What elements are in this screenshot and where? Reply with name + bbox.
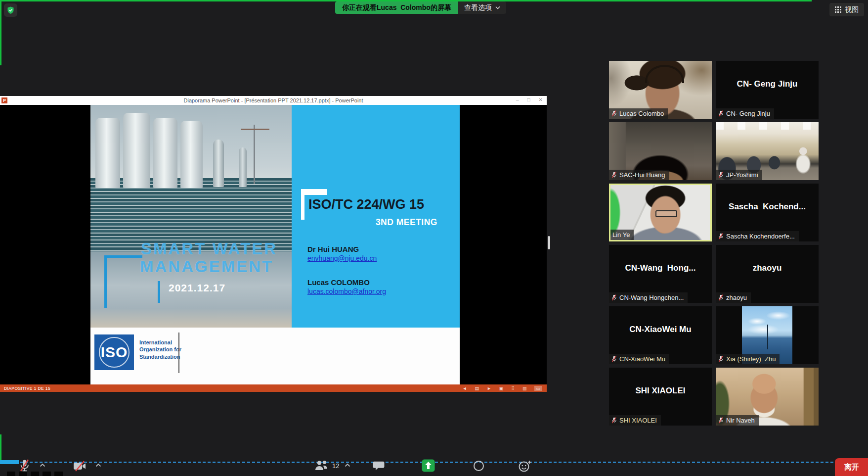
muted-mic-icon [718, 172, 724, 178]
slide-photo-water-plant: SMART WATER MANAGEMENT 2021.12.17 [90, 105, 292, 328]
share-screen-button[interactable] [422, 459, 435, 472]
photo-tank [239, 147, 247, 187]
view-options-button[interactable]: 查看选项 [458, 1, 506, 14]
muted-mic-icon [718, 110, 724, 117]
participant-name-label: CN- Geng Jinju [726, 110, 770, 117]
security-button[interactable] [4, 3, 17, 17]
muted-mic-icon [611, 356, 617, 362]
participant-name-chip: SAC-Hui Huang [609, 170, 669, 180]
muted-mic-icon [611, 172, 617, 178]
slide-blue-panel: ISO/TC 224/WG 15 3ND MEETING Dr Hui HUAN… [292, 105, 460, 328]
powerpoint-window-title: Diaporama PowerPoint - [Présentation PPT… [0, 97, 547, 103]
participant-center-name: zhaoyu [716, 263, 819, 273]
reactions-button[interactable] [518, 460, 532, 473]
muted-mic-icon [611, 294, 617, 301]
mic-options-chevron[interactable] [40, 463, 45, 467]
participants-chevron[interactable] [345, 463, 350, 467]
powerpoint-window: P Diaporama PowerPoint - [Présentation P… [0, 96, 547, 392]
participant-tile-zhaoyu[interactable]: zhaoyuzhaoyu [716, 245, 819, 303]
video-options-chevron[interactable] [95, 463, 101, 467]
photo-tank [180, 121, 203, 188]
photo-crane [254, 125, 255, 184]
participant-tile-wang[interactable]: CN-Wang Hong...CN-Wang Hongchen... [609, 245, 712, 303]
share-border-left-lower [0, 434, 1, 462]
pen-icon[interactable]: ▤ [475, 386, 479, 391]
restore-button[interactable]: □ [527, 97, 530, 102]
participant-tile-xiaowei[interactable]: CN-XiaoWei MuCN-XiaoWei Mu [609, 306, 712, 364]
leave-meeting-button[interactable]: 离开 [835, 458, 868, 476]
participant-name-chip: SHI XIAOLEI [609, 415, 661, 426]
watching-banner: 你正在观看Lucas Colombo的屏幕 [335, 1, 458, 14]
participant-tile-nir[interactable]: Nir Naveh [716, 368, 819, 426]
participant-tile-shi[interactable]: SHI XIAOLEISHI XIAOLEI [609, 368, 712, 426]
meeting-number: 3ND MEETING [292, 217, 437, 228]
participant-tile-huang[interactable]: SAC-Hui Huang [609, 122, 712, 180]
participant-name-chip: CN-XiaoWei Mu [609, 354, 669, 364]
mute-button[interactable] [18, 459, 31, 473]
close-button[interactable]: ✕ [539, 97, 543, 102]
view-options-label: 查看选项 [464, 3, 492, 12]
muted-mic-icon [718, 233, 724, 239]
photo-tank [123, 113, 150, 188]
chevron-up-icon [40, 463, 45, 467]
participant-name-chip: Nir Naveh [716, 415, 759, 426]
participant-name-label: Sascha Kochendoerfe... [726, 233, 795, 240]
participant-name-chip: CN- Geng Jinju [716, 108, 774, 119]
muted-mic-icon [611, 110, 617, 117]
reading-view-icon[interactable]: ▥ [522, 386, 527, 391]
participant-tile-geng[interactable]: CN- Geng JinjuCN- Geng Jinju [716, 61, 819, 119]
share-border-left-upper [0, 0, 1, 65]
presenter1-name: Dr Hui HUANG [307, 245, 359, 253]
record-button[interactable] [473, 460, 485, 472]
participant-tile-yoshimi[interactable]: JP-Yoshimi [716, 122, 819, 180]
slide-footer-band: ISO International Organization for Stand… [90, 328, 460, 384]
powerpoint-statusbar: DIAPOSITIVE 1 DE 15 ◄▤►▣⠿▥▭ [0, 384, 547, 392]
participant-tile-linye[interactable]: Lin Ye [609, 184, 712, 241]
participant-name-label: SHI XIAOLEI [619, 417, 657, 424]
minimize-button[interactable]: – [516, 97, 519, 102]
window-controls: –□✕ [516, 97, 543, 102]
participant-name-label: zhaoyu [726, 294, 747, 301]
presenter2-email-link[interactable]: lucas.colombo@afnor.org [307, 287, 386, 295]
muted-mic-icon [718, 356, 724, 362]
slide-sorter-icon[interactable]: ⠿ [511, 386, 515, 391]
chevron-up-icon [95, 463, 101, 467]
participant-name-label: CN-XiaoWei Mu [619, 355, 665, 363]
participant-tile-xia[interactable]: Xia (Shirley) Zhu [716, 306, 819, 364]
participant-center-name: CN- Geng Jinju [716, 79, 819, 89]
participant-tile-lucas[interactable]: Lucas Colombo [609, 61, 712, 119]
slide-counter: DIAPOSITIVE 1 DE 15 [0, 386, 50, 391]
participants-icon [313, 460, 329, 472]
normal-view-icon[interactable]: ▣ [499, 386, 504, 391]
slide-title: ISO/TC 224/WG 15 [308, 197, 424, 212]
iso-logo-text: ISO [101, 344, 128, 361]
slideshow-area: SMART WATER MANAGEMENT 2021.12.17 ISO/TC… [0, 105, 547, 384]
layout-divider-handle[interactable] [548, 236, 550, 249]
next-slide-icon[interactable]: ► [487, 386, 491, 391]
participant-center-name: CN-Wang Hong... [609, 263, 712, 273]
video-button[interactable] [72, 461, 88, 472]
chat-icon [372, 460, 385, 472]
slide-date: 2021.12.17 [169, 282, 225, 294]
previous-slide-icon[interactable]: ◄ [463, 386, 467, 391]
view-button-label: 视图 [845, 5, 859, 14]
watermark-line2: MANAGEMENT [140, 257, 273, 276]
participant-name-label: SAC-Hui Huang [619, 171, 665, 179]
participant-name-chip: Sascha Kochendoerfe... [716, 231, 799, 241]
participants-button[interactable]: 12 [313, 460, 339, 472]
muted-mic-icon [718, 294, 724, 301]
chat-button[interactable] [372, 460, 385, 472]
view-layout-button[interactable]: 视图 [829, 3, 864, 16]
shield-check-icon [6, 6, 15, 14]
participant-tile-sascha[interactable]: Sascha Kochend...Sascha Kochendoerfe... [716, 184, 819, 241]
participant-center-name: CN-XiaoWei Mu [609, 325, 712, 334]
slideshow-icon[interactable]: ▭ [534, 386, 542, 391]
share-screen-icon [422, 459, 435, 472]
participant-center-name: SHI XIAOLEI [609, 386, 712, 396]
presenter1-email-link[interactable]: envhuang@nju.edu.cn [307, 254, 377, 262]
participant-name-label: Lucas Colombo [619, 110, 664, 117]
screen-watch-bar: 你正在观看Lucas Colombo的屏幕 查看选项 [335, 1, 506, 14]
photo-tank [95, 118, 120, 188]
participant-name-label: CN-Wang Hongchen... [619, 294, 684, 301]
muted-mic-icon [18, 459, 31, 473]
